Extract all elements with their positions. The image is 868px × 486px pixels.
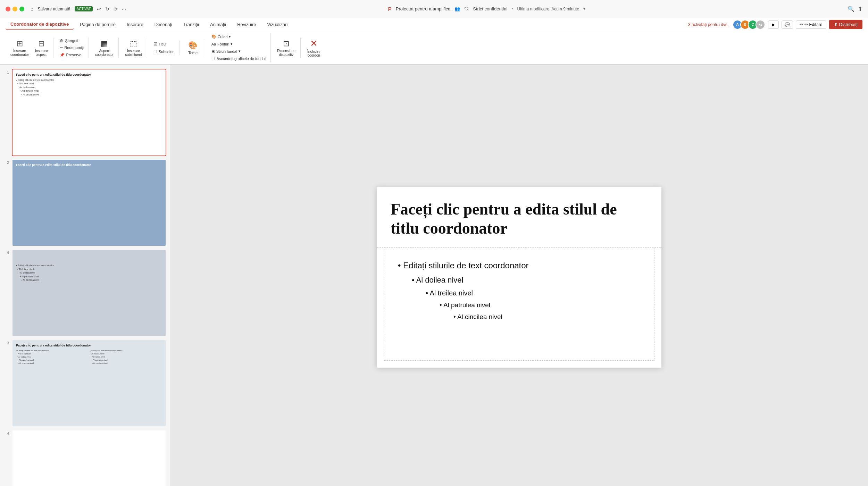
refresh-icon[interactable]: ⟳: [114, 6, 118, 12]
search-icon[interactable]: 🔍: [848, 6, 854, 12]
slide-item-4a: 4 • Editați stilurile de text coordonato…: [3, 249, 166, 337]
ascunde-grafice-checkbox[interactable]: ☐ Ascundeți graficele de fundal: [209, 55, 268, 62]
aspect-coordonator-button[interactable]: ▦ Aspectcoordonator: [93, 38, 116, 58]
slide-1-title: Faceți clic pentru a edita stilul de tit…: [16, 73, 162, 77]
ribbon-group-aspect: ▦ Aspectcoordonator: [90, 38, 119, 58]
slide-canvas[interactable]: Faceți clic pentru a edita stilul de tit…: [377, 187, 661, 368]
slide-3-col2: • Editați stilurile de text coordonator …: [90, 349, 162, 365]
ribbon-group-size: ⊡ Dimensiunediapozitiv: [272, 38, 301, 58]
canvas-title: Faceți clic pentru a edita stilul de tit…: [391, 200, 648, 238]
redo-icon[interactable]: ↻: [105, 6, 109, 12]
slide-number-4b: 4: [3, 431, 9, 435]
slide-thumb-3[interactable]: Faceți clic pentru a edita stilul de tit…: [12, 340, 166, 427]
distribute-button[interactable]: ⬆ Distribuiți: [829, 20, 862, 29]
inserare-aspect-button[interactable]: ⊟ Inserareaspect: [32, 38, 50, 58]
insert-buttons: ⊞ Inserarecoordonator ⊟ Inserareaspect: [8, 38, 50, 58]
slide-4a-body: • Editați stilurile de text coordonator …: [16, 264, 162, 282]
tab-vizualizari[interactable]: Vizualizări: [262, 20, 292, 29]
slide-thumb-4a[interactable]: • Editați stilurile de text coordonator …: [12, 249, 166, 337]
stiluri-fundal-button[interactable]: ▣ Stiluri fundal ▾: [209, 48, 268, 55]
more-icon[interactable]: ···: [122, 6, 126, 12]
tab-tranzitii[interactable]: Tranziții: [178, 20, 204, 29]
insert-coordonator-label: Inserarecoordonator: [10, 49, 29, 57]
autosave-badge: ACTIVAT: [75, 6, 93, 11]
home-icon[interactable]: ⌂: [31, 6, 33, 12]
stiluri-chevron: ▾: [239, 49, 241, 53]
redenumiți-button[interactable]: ✏ Redenumiți: [58, 44, 86, 51]
slide-2-title: Faceți clic pentru a edita stilul de tit…: [16, 163, 162, 167]
substituent-icon: ⬚: [130, 39, 137, 48]
subsoluri-checkbox[interactable]: ☐ Subsoluri: [151, 48, 177, 55]
comment-button[interactable]: 💬: [782, 20, 793, 29]
minimize-button[interactable]: [12, 7, 17, 11]
insert-coordonator-icon: ⊞: [17, 39, 23, 48]
inchideti-button[interactable]: ✕ Închidețicoordon: [305, 37, 323, 59]
tab-desenati[interactable]: Desenați: [150, 20, 177, 29]
canvas-title-area[interactable]: Faceți clic pentru a edita stilul de tit…: [377, 187, 661, 248]
slide-thumb-inner-4b: [12, 430, 166, 486]
culori-button[interactable]: 🎨 Culori ▾: [209, 33, 268, 40]
fonturi-button[interactable]: Aa Fonturi ▾: [209, 41, 268, 47]
ascunde-label: Ascundeți graficele de fundal: [217, 57, 266, 61]
subsoluri-label: Subsoluri: [159, 50, 175, 54]
slide-thumb-inner-2: Faceți clic pentru a edita stilul de tit…: [12, 160, 166, 246]
insert-aspect-icon: ⊟: [38, 39, 44, 48]
tab-pagina[interactable]: Pagina de pornire: [75, 20, 120, 29]
slide-3-columns: • Editați stilurile de text coordonator …: [16, 349, 162, 365]
culori-label: Culori: [218, 35, 228, 39]
dimensiune-button[interactable]: ⊡ Dimensiunediapozitiv: [275, 38, 298, 58]
size-icon: ⊡: [283, 39, 289, 48]
tab-coordonator[interactable]: Coordonator de diapozitive: [6, 19, 74, 30]
canvas-body-area[interactable]: • Editați stilurile de text coordonator …: [384, 248, 654, 361]
slide-thumb-inner-4a: • Editați stilurile de text coordonator …: [12, 250, 166, 336]
chevron-down-icon[interactable]: ▾: [583, 7, 585, 11]
inserare-coordonator-button[interactable]: ⊞ Inserarecoordonator: [8, 38, 31, 58]
slide-item-1: 1 Faceți clic pentru a edita stilul de t…: [3, 69, 166, 156]
slide-number-1: 1: [3, 70, 9, 74]
titlu-label: Titlu: [159, 42, 166, 46]
present-button[interactable]: ▶: [768, 20, 779, 29]
undo-icon[interactable]: ↩: [97, 6, 101, 12]
stergeti-label: Ștergeți: [65, 39, 78, 43]
avatar-count: +2: [756, 20, 765, 30]
ribbon-right: 3 activități pentru dvs. A B C +2 ▶ 💬 ✏ …: [688, 20, 862, 30]
teme-button[interactable]: 🎨 Teme: [184, 40, 202, 56]
edit-button[interactable]: ✏ ✏ Editare: [796, 20, 826, 29]
slide-panel: 1 Faceți clic pentru a edita stilul de t…: [0, 65, 170, 486]
canvas-area: Faceți clic pentru a edita stilul de tit…: [170, 65, 868, 486]
aspect-icon: ▦: [101, 39, 108, 48]
slide-1-body: • Editați stilurile de text coordonator …: [16, 78, 162, 97]
maximize-button[interactable]: [19, 7, 24, 11]
slide-number-2: 2: [3, 160, 9, 165]
inchideti-label: Închidețicoordon: [307, 50, 320, 57]
titlu-checkbox[interactable]: ☑ Titlu: [151, 41, 177, 48]
stergeti-button[interactable]: 🗑 Ștergeți: [58, 37, 86, 44]
share-icon[interactable]: ⬆: [858, 6, 862, 12]
slide-item-4b: 4: [3, 430, 166, 486]
slide-thumb-inner-3: Faceți clic pentru a edita stilul de tit…: [12, 340, 166, 426]
close-button[interactable]: [6, 7, 10, 11]
tab-animatii[interactable]: Animații: [205, 20, 231, 29]
inserare-substituent-button[interactable]: ⬚ Inseraresubstituent: [123, 38, 144, 58]
slide-thumb-1[interactable]: Faceți clic pentru a edita stilul de tit…: [12, 69, 166, 156]
slide-thumb-2[interactable]: Faceți clic pentru a edita stilul de tit…: [12, 159, 166, 246]
teme-label: Teme: [188, 51, 198, 55]
fonturi-label: Fonturi: [217, 42, 229, 46]
preserve-button[interactable]: 📌 Preserve: [58, 52, 86, 58]
culori-chevron: ▾: [229, 34, 231, 39]
edit-label: ✏ Editare: [804, 22, 822, 27]
tab-revizuire[interactable]: Revizuire: [232, 20, 261, 29]
substituent-label: Inseraresubstituent: [125, 49, 142, 57]
checkbox-unchecked-icon: ☐: [153, 49, 157, 54]
slide-3-col1: • Editați stilurile de text coordonator …: [16, 349, 89, 365]
ribbon-group-edit: 🗑 Ștergeți ✏ Redenumiți 📌 Preserve: [55, 37, 89, 58]
rename-icon: ✏: [60, 45, 63, 50]
title-bar: ⌂ Salvare automată ACTIVAT ↩ ↻ ⟳ ··· P P…: [0, 0, 868, 18]
tab-inserare[interactable]: Inserare: [122, 20, 148, 29]
ribbon-group-insert: ⊞ Inserarecoordonator ⊟ Inserareaspect: [6, 38, 53, 58]
slide-thumb-4b[interactable]: [12, 430, 166, 486]
ribbon-group-teme: 🎨 Teme: [181, 40, 205, 56]
fonturi-chevron: ▾: [231, 42, 233, 46]
ribbon-group-substituent: ⬚ Inseraresubstituent: [120, 38, 147, 58]
ppt-icon: P: [388, 6, 392, 12]
